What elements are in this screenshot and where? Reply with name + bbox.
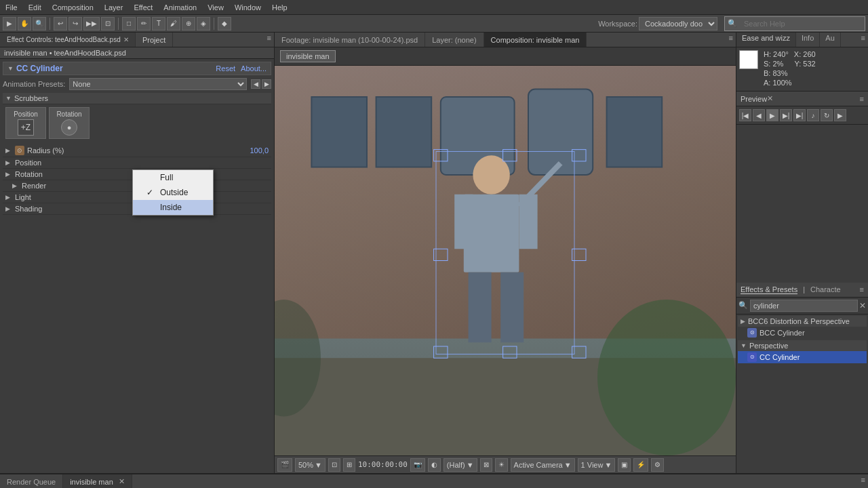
puppet-tool[interactable]: ◆ [218,17,231,30]
undo-btn[interactable]: ↩ [54,17,67,30]
effects-panel-menu[interactable]: ≡ [860,285,864,293]
dropdown-inside[interactable]: Inside [133,200,213,215]
brush-tool[interactable]: 🖌 [167,17,180,30]
project-tab[interactable]: Project [136,33,173,47]
viewer-tabs: Footage: invisible man (10-00-00-24).psd… [275,33,736,47]
preview-last[interactable]: ▶| [793,109,806,121]
ram-preview[interactable]: ▶▶ [83,17,100,30]
footage-tab[interactable]: Footage: invisible man (10-00-00-24).psd [275,33,425,47]
perspective-group-header[interactable]: ▼ Perspective [738,340,867,351]
menu-file[interactable]: File [0,2,23,13]
clone-tool[interactable]: ⊕ [182,17,195,30]
preview-menu[interactable]: ≡ [860,95,864,103]
timeline-panel-menu[interactable]: ≡ [859,474,868,488]
bcc6-group-header[interactable]: ▶ BCC6 Distortion & Perspective [738,316,867,327]
invisible-man-button[interactable]: invisible man [280,50,336,62]
ease-wizz-tab[interactable]: Ease and wizz [736,33,796,47]
about-btn[interactable]: About... [241,64,267,73]
active-camera-dropdown[interactable]: Active Camera ▼ [511,458,575,472]
b-value: B: 83% [764,69,787,77]
safe-margins-btn[interactable]: ⊡ [328,458,340,472]
info-tab[interactable]: Info [796,33,820,47]
rotation-scrubber[interactable]: Rotation ● [49,107,90,139]
menu-window[interactable]: Window [229,2,267,13]
redo-btn[interactable]: ↪ [68,17,82,30]
preset-prev[interactable]: ◀ [251,79,260,89]
select-tool[interactable]: ▶ [3,17,16,30]
grid-btn[interactable]: ⊞ [343,458,355,472]
toggle-transparency[interactable]: ⊠ [480,458,492,472]
cc-cylinder-item[interactable]: ⊙ CC Cylinder [738,351,867,363]
hand-tool[interactable]: ✋ [18,17,31,30]
viewer-panel-menu[interactable]: ≡ [726,33,736,47]
menu-composition[interactable]: Composition [47,2,99,13]
radius-value[interactable]: 100,0 [250,146,269,155]
right-panel-menu[interactable]: ≡ [859,33,868,47]
invisible-man-timeline-tab[interactable]: invisible man ✕ [63,474,132,488]
position-expand[interactable]: ▶ [5,159,12,166]
layer-tab[interactable]: Layer: (none) [425,33,484,47]
shape-tool[interactable]: □ [122,17,136,30]
zoom-value: 50% [298,461,313,469]
workspace-dropdown[interactable]: Cockadoodly doo [639,17,717,30]
toggle-exposure[interactable]: ☀ [495,458,508,472]
panel-menu-btn[interactable]: ≡ [264,33,274,47]
search-input[interactable] [740,16,862,31]
fast-preview[interactable]: ⚡ [633,458,648,472]
tab-close[interactable]: ✕ [123,36,129,43]
render-expand[interactable]: ▶ [12,182,19,189]
render-btn[interactable]: ⊡ [101,17,115,30]
scrubbers-header[interactable]: ▼ Scrubbers [3,93,271,104]
menu-edit[interactable]: Edit [23,2,47,13]
light-expand[interactable]: ▶ [5,194,12,201]
position-scrubber[interactable]: Position +Z [5,107,46,139]
menu-help[interactable]: Help [267,2,293,13]
timeline-tab-close[interactable]: ✕ [119,477,125,486]
bcc-cylinder-item[interactable]: ⊙ BCC Cylinder [738,327,867,339]
zoom-tool[interactable]: 🔍 [33,17,46,30]
quality-dropdown[interactable]: (Half) ▼ [443,458,477,472]
menu-effect[interactable]: Effect [128,2,158,13]
menu-view[interactable]: View [202,2,229,13]
menu-animation[interactable]: Animation [158,2,202,13]
viewer-format-btn[interactable]: 🎬 [277,458,292,472]
preset-next[interactable]: ▶ [262,79,271,89]
effects-panel: Effects & Presets | Characte ≡ 🔍 ✕ ▶ BCC… [736,283,868,474]
effect-controls-tab[interactable]: Effect Controls: teeAndHoodBack.psd ✕ [0,33,136,47]
reset-btn[interactable]: Reset [216,64,235,73]
preview-prev-frame[interactable]: ◀ [753,109,765,121]
zoom-dropdown[interactable]: 50% ▼ [295,458,326,472]
x-value: X: 260 [794,50,816,58]
presets-dropdown[interactable]: None [69,78,247,90]
rotation-expand[interactable]: ▶ [5,171,12,178]
preview-loop[interactable]: ↻ [821,109,833,121]
au-tab[interactable]: Au [820,33,840,47]
camera-btn[interactable]: 📷 [410,458,425,472]
effects-presets-tab[interactable]: Effects & Presets [741,285,797,294]
effects-search-input[interactable] [750,300,858,312]
viewer-settings[interactable]: ⚙ [651,458,664,472]
eraser-tool[interactable]: ◈ [197,17,210,30]
dropdown-outside[interactable]: ✓ Outside [133,185,213,200]
preview-ram[interactable]: ▶ [834,109,846,121]
menu-layer[interactable]: Layer [99,2,129,13]
radius-expand[interactable]: ▶ [5,147,12,154]
effects-search-clear[interactable]: ✕ [859,301,866,310]
shading-expand[interactable]: ▶ [5,205,12,212]
draft-btn[interactable]: ◐ [428,458,441,472]
effect-expand-arrow[interactable]: ▼ [7,65,14,72]
render-queue-tab[interactable]: Render Queue [0,474,63,488]
preview-first[interactable]: |◀ [739,109,751,121]
preview-audio[interactable]: ♪ [807,109,819,121]
preview-play[interactable]: ▶ [766,109,778,121]
view-count-dropdown[interactable]: 1 View ▼ [578,458,616,472]
composition-tab[interactable]: Composition: invisible man [484,33,587,47]
text-tool[interactable]: T [152,17,165,30]
dropdown-full[interactable]: Full [133,170,213,185]
color-swatch[interactable] [739,50,758,69]
preview-next-frame[interactable]: ▶| [780,109,792,121]
pen-tool[interactable]: ✏ [137,17,151,30]
render-region[interactable]: ▣ [618,458,631,472]
preview-close[interactable]: ✕ [767,94,773,103]
character-tab[interactable]: Characte [810,285,841,294]
